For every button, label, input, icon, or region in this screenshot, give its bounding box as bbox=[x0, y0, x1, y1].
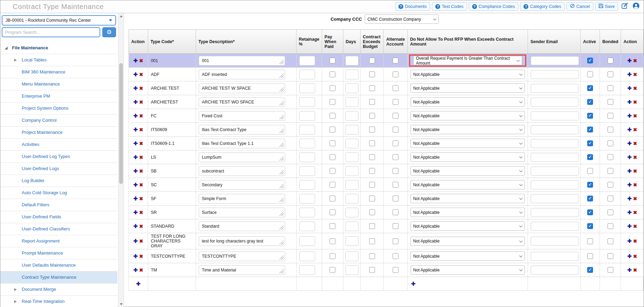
add-row-button[interactable]: ✚ bbox=[411, 281, 416, 287]
delete-row-button[interactable]: ✖ bbox=[139, 224, 143, 229]
type-description-input[interactable] bbox=[199, 194, 285, 204]
bonded-checkbox[interactable] bbox=[607, 85, 613, 91]
type-description-input[interactable] bbox=[199, 125, 285, 135]
add-row-button[interactable]: ✚ bbox=[133, 58, 138, 63]
delete-row-button[interactable]: ✖ bbox=[633, 127, 637, 132]
type-description-input[interactable] bbox=[199, 56, 285, 66]
sidebar-item-document-merge[interactable]: ▶Document Merge bbox=[0, 284, 117, 296]
add-row-button[interactable]: ✚ bbox=[627, 182, 632, 188]
delete-row-button[interactable]: ✖ bbox=[633, 141, 637, 146]
days-input[interactable] bbox=[345, 111, 359, 121]
sidebar-item-report-assignment[interactable]: Report Assignment bbox=[0, 235, 117, 247]
sidebar-item-user-defined-logs[interactable]: User-Defined Logs bbox=[0, 163, 117, 175]
sidebar-item-menu-maintenance[interactable]: Menu Maintenance bbox=[0, 78, 117, 90]
retainage-input[interactable] bbox=[299, 111, 315, 121]
bonded-checkbox[interactable] bbox=[607, 71, 613, 77]
delete-row-button[interactable]: ✖ bbox=[139, 238, 143, 244]
sender-email-input[interactable] bbox=[531, 208, 579, 217]
active-checkbox[interactable]: ✓ bbox=[587, 113, 593, 119]
bonded-checkbox[interactable] bbox=[607, 238, 613, 244]
type-description-input[interactable] bbox=[199, 111, 285, 121]
pay-when-paid-checkbox[interactable] bbox=[330, 168, 335, 174]
sidebar-item-auto-cold-storage-log[interactable]: Auto Cold Storage Log bbox=[0, 187, 117, 199]
rfp-dropdown[interactable]: Not Applicable bbox=[411, 221, 525, 231]
add-row-button[interactable]: ✚ bbox=[627, 253, 632, 259]
bonded-checkbox[interactable] bbox=[607, 127, 613, 132]
contract-exceeds-budget-checkbox[interactable] bbox=[369, 58, 375, 63]
sender-email-input[interactable] bbox=[531, 237, 579, 246]
sender-email-input[interactable] bbox=[531, 111, 579, 120]
sidebar-item-project-maintenance[interactable]: Project Maintenance bbox=[0, 127, 117, 139]
add-row-button[interactable]: ✚ bbox=[133, 267, 138, 273]
contract-exceeds-budget-checkbox[interactable] bbox=[369, 238, 375, 244]
contract-exceeds-budget-checkbox[interactable] bbox=[369, 85, 375, 91]
pay-when-paid-checkbox[interactable] bbox=[330, 127, 335, 132]
active-checkbox[interactable]: ✓ bbox=[587, 223, 593, 229]
retainage-input[interactable] bbox=[299, 152, 315, 162]
type-description-input[interactable] bbox=[199, 221, 285, 231]
bonded-checkbox[interactable] bbox=[607, 267, 613, 273]
alternate-account-checkbox[interactable] bbox=[393, 71, 398, 77]
retainage-input[interactable] bbox=[299, 83, 315, 93]
delete-row-button[interactable]: ✖ bbox=[633, 113, 637, 119]
rfp-dropdown[interactable]: Not Applicable bbox=[411, 180, 525, 189]
type-description-input[interactable] bbox=[199, 97, 285, 107]
delete-row-button[interactable]: ✖ bbox=[139, 267, 143, 273]
add-row-button[interactable]: ✚ bbox=[133, 154, 138, 160]
sender-email-input[interactable] bbox=[531, 56, 579, 65]
days-input[interactable] bbox=[345, 208, 359, 217]
rfp-dropdown[interactable]: Not Applicable bbox=[411, 208, 525, 217]
alternate-account-checkbox[interactable] bbox=[393, 267, 398, 273]
contract-exceeds-budget-checkbox[interactable] bbox=[369, 253, 375, 259]
contract-exceeds-budget-checkbox[interactable] bbox=[369, 127, 375, 132]
documents-button[interactable]: ?Documents bbox=[395, 2, 430, 11]
delete-row-button[interactable]: ✖ bbox=[139, 168, 143, 174]
add-row-button[interactable]: ✚ bbox=[133, 209, 138, 215]
pay-when-paid-checkbox[interactable] bbox=[330, 154, 335, 160]
scroll-down-button[interactable] bbox=[118, 301, 124, 307]
sender-email-input[interactable] bbox=[531, 266, 579, 275]
contract-exceeds-budget-checkbox[interactable] bbox=[369, 267, 375, 273]
rfp-dropdown[interactable]: Not Applicable bbox=[411, 166, 525, 176]
add-row-button[interactable]: ✚ bbox=[627, 71, 632, 77]
delete-row-button[interactable]: ✖ bbox=[139, 254, 143, 259]
alternate-account-checkbox[interactable] bbox=[393, 140, 398, 146]
retainage-input[interactable] bbox=[299, 265, 315, 275]
bonded-checkbox[interactable] bbox=[607, 154, 613, 160]
add-row-button[interactable]: ✚ bbox=[133, 140, 138, 146]
save-button[interactable]: Save bbox=[595, 2, 619, 11]
sidebar-item-default-filters[interactable]: Default Filters bbox=[0, 199, 117, 211]
contract-exceeds-budget-checkbox[interactable] bbox=[369, 168, 375, 174]
contract-exceeds-budget-checkbox[interactable] bbox=[369, 223, 375, 229]
alternate-account-checkbox[interactable] bbox=[393, 99, 398, 105]
active-checkbox[interactable]: ✓ bbox=[587, 196, 593, 201]
pay-when-paid-checkbox[interactable] bbox=[330, 58, 335, 63]
add-row-button[interactable]: ✚ bbox=[133, 196, 138, 201]
retainage-input[interactable] bbox=[299, 97, 315, 107]
delete-row-button[interactable]: ✖ bbox=[633, 182, 637, 188]
sidebar-item-user-defined-log-types[interactable]: User-Defined Log Types bbox=[0, 151, 117, 163]
sender-email-input[interactable] bbox=[531, 139, 579, 148]
pay-when-paid-checkbox[interactable] bbox=[330, 182, 335, 188]
pay-when-paid-checkbox[interactable] bbox=[330, 113, 335, 119]
add-row-button[interactable]: ✚ bbox=[627, 223, 632, 229]
bonded-checkbox[interactable] bbox=[607, 253, 613, 259]
alternate-account-checkbox[interactable] bbox=[393, 209, 398, 215]
add-row-button[interactable]: ✚ bbox=[133, 113, 138, 119]
delete-row-button[interactable]: ✖ bbox=[139, 113, 143, 119]
alternate-account-checkbox[interactable] bbox=[393, 168, 398, 174]
sender-email-input[interactable] bbox=[531, 84, 579, 93]
sidebar-item-user-defined-classifiers[interactable]: User-Defined Classifiers bbox=[0, 223, 117, 235]
add-row-button[interactable]: ✚ bbox=[133, 253, 138, 259]
delete-row-button[interactable]: ✖ bbox=[139, 58, 143, 63]
retainage-input[interactable] bbox=[299, 208, 315, 217]
delete-row-button[interactable]: ✖ bbox=[139, 196, 143, 201]
bonded-checkbox[interactable] bbox=[607, 168, 613, 174]
delete-row-button[interactable]: ✖ bbox=[633, 99, 637, 105]
retainage-input[interactable] bbox=[299, 236, 315, 246]
retainage-input[interactable] bbox=[299, 166, 315, 176]
type-description-input[interactable] bbox=[199, 83, 285, 93]
days-input[interactable] bbox=[345, 251, 359, 261]
sender-email-input[interactable] bbox=[531, 125, 579, 134]
alternate-account-checkbox[interactable] bbox=[393, 154, 398, 160]
